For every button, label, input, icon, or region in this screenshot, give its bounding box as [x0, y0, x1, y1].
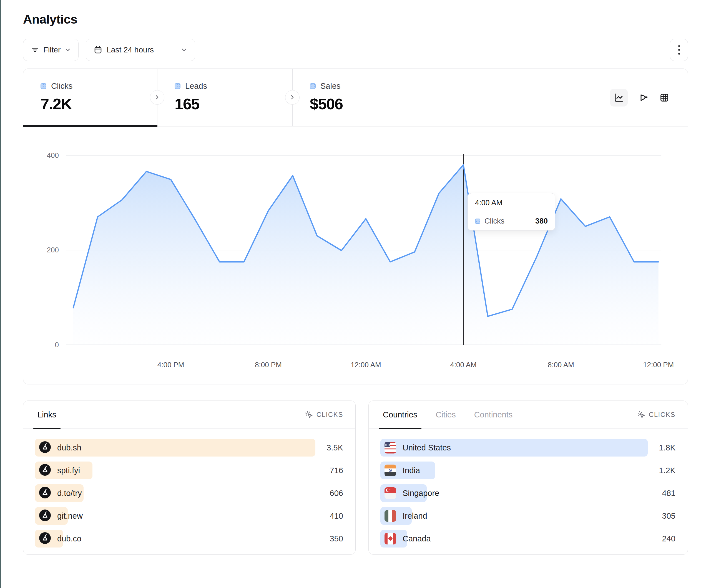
- chevron-down-icon: [65, 47, 71, 53]
- cursor-click-icon: [305, 410, 313, 419]
- stat-tab-leads[interactable]: Leads 165: [157, 69, 292, 126]
- dub-logo-icon: [39, 441, 51, 454]
- tooltip-value: 380: [535, 217, 548, 226]
- x-axis-tick: 4:00 AM: [450, 361, 476, 369]
- chevron-right-icon: [290, 95, 295, 100]
- expand-leads-button[interactable]: [285, 90, 300, 105]
- countries-panel: CountriesCitiesContinents CLICKS United …: [368, 401, 688, 555]
- row-label: git.new: [57, 512, 83, 521]
- tooltip-series-label: Clicks: [484, 217, 531, 226]
- country-row[interactable]: Ireland305: [380, 504, 675, 527]
- stats-header: Clicks 7.2K Leads 165 Sales $: [23, 69, 688, 127]
- links-metric-toggle[interactable]: CLICKS: [305, 410, 343, 419]
- country-row[interactable]: United States1.8K: [380, 436, 675, 459]
- controls-row: Filter Last 24 h: [23, 39, 688, 61]
- x-axis-tick: 8:00 AM: [548, 361, 574, 369]
- dub-logo-icon: [39, 464, 51, 477]
- funnel-icon: [639, 93, 649, 103]
- area-chart-svg: 02004004:00 PM8:00 PM12:00 AM4:00 AM8:00…: [23, 127, 688, 384]
- chart-view-switcher: [610, 89, 669, 107]
- more-options-button[interactable]: [670, 39, 688, 61]
- row-label: Ireland: [403, 512, 427, 521]
- row-label: d.to/try: [57, 489, 82, 498]
- stat-value: 165: [175, 95, 292, 113]
- in-flag-icon: [385, 465, 396, 476]
- row-value: 350: [316, 534, 343, 543]
- stat-tab-sales[interactable]: Sales $506: [292, 69, 428, 126]
- country-row[interactable]: Canada240: [380, 527, 675, 550]
- tab-continents[interactable]: Continents: [474, 401, 513, 429]
- countries-metric-label: CLICKS: [649, 411, 675, 419]
- row-label: Canada: [403, 534, 431, 543]
- dub-logo-icon: [39, 532, 51, 545]
- link-row[interactable]: git.new410: [35, 504, 343, 527]
- active-tab-underline: [23, 125, 157, 127]
- links-panel: Links CLICKS dub.sh3.5K spti.fyi716 d.to…: [23, 401, 356, 555]
- us-flag-icon: [385, 442, 396, 453]
- row-value: 716: [316, 466, 343, 475]
- line-chart-view-button[interactable]: [610, 89, 628, 107]
- window-edge-strip: [0, 0, 1, 588]
- row-value: 240: [648, 534, 675, 543]
- stat-label: Leads: [185, 82, 207, 91]
- row-label: spti.fyi: [57, 466, 80, 475]
- row-value: 410: [316, 512, 343, 521]
- stat-value: 7.2K: [41, 95, 157, 113]
- x-axis-tick: 8:00 PM: [255, 361, 282, 369]
- tooltip-time: 4:00 AM: [468, 193, 555, 212]
- tooltip-legend-swatch: [475, 219, 480, 224]
- row-value: 1.8K: [648, 443, 675, 452]
- dub-logo-icon: [39, 487, 51, 499]
- row-label: dub.co: [57, 534, 81, 543]
- filter-button[interactable]: Filter: [23, 39, 79, 61]
- table-view-button[interactable]: [659, 93, 669, 103]
- clicks-legend-swatch: [41, 83, 46, 89]
- tab-cities[interactable]: Cities: [436, 401, 456, 429]
- analytics-chart-card: Clicks 7.2K Leads 165 Sales $: [23, 68, 688, 384]
- countries-panel-header: CountriesCitiesContinents CLICKS: [369, 401, 688, 429]
- row-label: India: [403, 466, 420, 475]
- cursor-click-icon: [637, 410, 645, 419]
- chart-tooltip: 4:00 AM Clicks 380: [468, 193, 555, 230]
- dub-logo-icon: [39, 441, 51, 453]
- link-row[interactable]: d.to/try606: [35, 482, 343, 504]
- calendar-icon: [93, 45, 103, 54]
- dub-logo-icon: [39, 464, 51, 476]
- links-panel-header: Links CLICKS: [23, 401, 356, 429]
- clicks-area-chart[interactable]: 02004004:00 PM8:00 PM12:00 AM4:00 AM8:00…: [23, 127, 688, 384]
- funnel-view-button[interactable]: [639, 93, 649, 103]
- row-label: Singapore: [403, 489, 439, 498]
- links-metric-label: CLICKS: [317, 411, 343, 419]
- country-row[interactable]: India1.2K: [380, 459, 675, 482]
- countries-metric-toggle[interactable]: CLICKS: [637, 410, 675, 419]
- tab-links[interactable]: Links: [38, 401, 56, 429]
- sales-legend-swatch: [310, 83, 316, 89]
- page-title: Analytics: [23, 12, 688, 27]
- stat-label: Sales: [320, 82, 341, 91]
- dub-logo-icon: [39, 510, 51, 522]
- y-axis-tick: 200: [47, 246, 59, 254]
- stat-value: $506: [310, 95, 428, 113]
- y-axis-tick: 0: [55, 341, 59, 349]
- tab-countries[interactable]: Countries: [383, 401, 417, 429]
- dub-logo-icon: [39, 487, 51, 498]
- country-row[interactable]: Singapore481: [380, 482, 675, 504]
- chevron-right-icon: [155, 95, 159, 100]
- link-row[interactable]: spti.fyi716: [35, 459, 343, 482]
- stat-label: Clicks: [51, 82, 72, 91]
- stat-tab-clicks[interactable]: Clicks 7.2K: [23, 69, 157, 126]
- grid-table-icon: [659, 93, 669, 103]
- ca-flag-icon: [385, 533, 396, 544]
- row-value: 1.2K: [648, 466, 675, 475]
- filter-button-label: Filter: [43, 45, 61, 54]
- row-value: 305: [648, 512, 675, 521]
- link-row[interactable]: dub.co350: [35, 527, 343, 550]
- chevron-down-icon: [181, 47, 187, 53]
- x-axis-tick: 4:00 PM: [157, 361, 184, 369]
- filter-lines-icon: [31, 46, 39, 54]
- row-value: 606: [316, 489, 343, 498]
- date-range-button[interactable]: Last 24 hours: [86, 39, 195, 61]
- dub-logo-icon: [39, 510, 51, 521]
- expand-clicks-button[interactable]: [150, 90, 164, 105]
- link-row[interactable]: dub.sh3.5K: [35, 436, 343, 459]
